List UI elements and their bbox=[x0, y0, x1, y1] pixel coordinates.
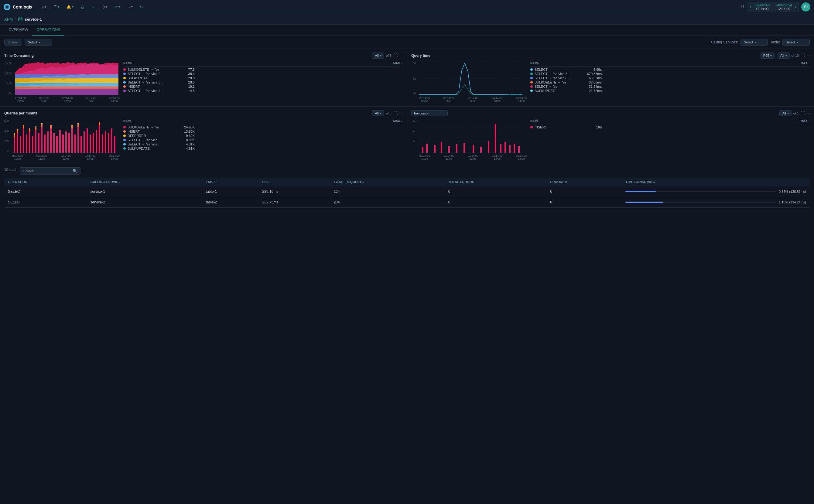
failures-name-col-header: NAME bbox=[530, 119, 539, 123]
qt-xaxis: 22:14:00 09/08 00:14:00 11/08 02:14:00 1… bbox=[419, 96, 527, 103]
qpm-legend-item-4: SELECT → "service... 4.81K bbox=[123, 142, 402, 146]
tc-legend-item-5: SELECT → "service-4... 14.5 bbox=[123, 89, 402, 93]
col-header-p95[interactable]: P95 ↓ bbox=[259, 178, 330, 186]
menu-button[interactable]: ☰ ▾ bbox=[51, 3, 62, 11]
svg-rect-48 bbox=[93, 133, 94, 153]
alerts-button[interactable]: 🔔 ▾ bbox=[64, 3, 76, 11]
col-header-total-errors[interactable]: TOTAL ERRORS bbox=[445, 178, 547, 186]
menu-icon: ☰ bbox=[53, 5, 57, 9]
qpm-all-select[interactable]: All ▾ bbox=[372, 110, 384, 116]
tc-more-icon[interactable]: ··· bbox=[399, 53, 402, 58]
qpm-name-0: BULKDELETE → "se bbox=[128, 125, 176, 129]
qt-yaxis: 10s5s0s bbox=[411, 62, 418, 95]
flow-button[interactable]: ⤷ ▾ bbox=[124, 3, 135, 11]
flow-icon: ⤷ bbox=[127, 5, 130, 9]
table-row: SELECT service-1 table-1 239.16ms 124 0 … bbox=[4, 186, 810, 197]
qpm-name-2: DEFERRED bbox=[128, 134, 176, 138]
row0-p95: 239.16ms bbox=[259, 186, 330, 197]
qpm-legend-item-2: DEFERRED 9.62K bbox=[123, 134, 402, 138]
qt-val-4: 31.24ms bbox=[585, 85, 602, 88]
row1-progress-wrap: 1.18% (134.24ms) bbox=[625, 200, 806, 204]
svg-rect-51 bbox=[99, 122, 100, 125]
qpm-name-4: SELECT → "service... bbox=[128, 142, 176, 146]
qpm-dot-5 bbox=[123, 147, 126, 150]
qpm-more-icon[interactable]: ··· bbox=[399, 111, 402, 115]
qt-legend-item-0: SELECT 5.99s bbox=[530, 68, 810, 71]
qpm-val-3: 8.89K bbox=[178, 138, 195, 142]
svg-rect-45 bbox=[83, 131, 85, 153]
breadcrumb-parent[interactable]: APM bbox=[4, 17, 13, 22]
qt-p95-select[interactable]: P95 ▾ bbox=[761, 53, 775, 59]
tab-overview[interactable]: OVERVIEW bbox=[4, 25, 32, 36]
table-select[interactable]: Select ▾ bbox=[782, 39, 810, 46]
tc-chart-controls: All ▾ of 8 ⛶ ··· bbox=[372, 53, 402, 59]
tc-legend: NAME MAX ↓ BULKDELETE → "se 77.3 SELECT … bbox=[123, 62, 402, 103]
col-header-total-requests[interactable]: TOTAL REQUESTS bbox=[330, 178, 445, 186]
qpm-body: 60k40k20k0 bbox=[4, 119, 402, 160]
bottom-section: 10 total 🔍 OPERATION CALLING SERVICE TAB… bbox=[0, 164, 814, 211]
field-select[interactable]: Select ▾ bbox=[25, 39, 52, 46]
qt-all-select[interactable]: All ▾ bbox=[778, 53, 789, 59]
security-button[interactable]: 🛡 bbox=[137, 3, 146, 11]
insights-button[interactable]: ⬡ ▾ bbox=[99, 3, 110, 11]
svg-rect-57 bbox=[17, 129, 18, 130]
time-prev-arrow[interactable]: ‹ bbox=[750, 4, 751, 10]
tc-dot-1 bbox=[123, 73, 126, 75]
svg-rect-53 bbox=[105, 131, 106, 153]
failures-select-arrow: ▾ bbox=[787, 112, 789, 115]
time-next-arrow[interactable]: › bbox=[795, 4, 796, 10]
qt-name-3: BULKDELETE → "se bbox=[535, 80, 583, 84]
tc-expand-icon[interactable]: ⛶ bbox=[393, 53, 397, 58]
col-header-calling-service[interactable]: CALLING SERVICE bbox=[87, 178, 202, 186]
col-header-time-consuming[interactable]: TIME CONSUMING bbox=[622, 178, 810, 186]
print-button[interactable]: 🖨 bbox=[78, 3, 87, 11]
db-icon bbox=[18, 16, 23, 22]
time-left-date: 09/08/2024 bbox=[754, 3, 771, 7]
col-header-errors-pct[interactable]: ERRORS% bbox=[547, 178, 622, 186]
failures-all-select[interactable]: All ▾ bbox=[779, 110, 791, 116]
calling-services-select[interactable]: Select ▾ bbox=[741, 39, 768, 46]
field-select-arrow: ▾ bbox=[39, 41, 40, 44]
failures-expand-icon[interactable]: ⛶ bbox=[801, 111, 805, 116]
svg-rect-47 bbox=[90, 135, 91, 153]
qt-more-icon[interactable]: ··· bbox=[807, 53, 810, 58]
svg-rect-85 bbox=[518, 146, 520, 153]
col-header-table[interactable]: TABLE bbox=[202, 178, 259, 186]
svg-rect-44 bbox=[80, 136, 82, 153]
play-button[interactable]: ▷ bbox=[89, 3, 97, 11]
refresh-button[interactable]: ⟳ ▾ bbox=[112, 3, 123, 11]
qpm-expand-icon[interactable]: ⛶ bbox=[393, 111, 397, 116]
menu-arrow: ▾ bbox=[58, 5, 59, 9]
tc-all-select[interactable]: All ▾ bbox=[372, 53, 384, 59]
time-consuming-header: Time Consuming All ▾ of 8 ⛶ ··· bbox=[4, 53, 402, 59]
tc-xaxis: 22:14:00 09/08 00:14:00 11/08 02:14:00 1… bbox=[15, 96, 120, 103]
svg-rect-52 bbox=[102, 135, 103, 153]
svg-rect-73 bbox=[441, 142, 442, 153]
svg-rect-34 bbox=[56, 136, 58, 153]
svg-rect-62 bbox=[50, 125, 52, 125]
qt-chart-area: 10s5s0s bbox=[411, 62, 527, 103]
failures-more-icon[interactable]: ··· bbox=[807, 111, 810, 115]
qt-expand-icon[interactable]: ⛶ bbox=[801, 53, 805, 58]
failures-dropdown[interactable]: Failures ▾ bbox=[411, 110, 448, 116]
svg-rect-25 bbox=[35, 127, 36, 130]
qt-legend-header: NAME MAX ↓ bbox=[530, 62, 810, 66]
tc-name-2: BULKUPDATE bbox=[128, 76, 176, 80]
failures-arrow: ▾ bbox=[427, 112, 429, 115]
grid-dots-icon[interactable]: ⠿ bbox=[741, 4, 744, 10]
col-header-operation[interactable]: OPERATION bbox=[4, 178, 87, 186]
failures-max-col-header: MAX ↓ bbox=[801, 119, 810, 123]
user-avatar[interactable]: SI bbox=[801, 2, 810, 12]
qpm-legend: NAME MAX ↓ BULKDELETE → "se 24.90K INSER… bbox=[123, 119, 402, 160]
svg-rect-23 bbox=[32, 136, 33, 153]
grid-view-button[interactable]: ⊞ ▾ bbox=[38, 3, 49, 11]
tc-dot-3 bbox=[123, 81, 126, 83]
failures-header: Failures ▾ All ▾ of 1 ⛶ ··· bbox=[411, 110, 810, 116]
tc-val-4: 19.1 bbox=[178, 85, 195, 88]
row0-errors-pct: 0 bbox=[547, 186, 622, 197]
search-input[interactable] bbox=[23, 169, 71, 173]
tab-operations[interactable]: OPERATIONS bbox=[32, 25, 64, 36]
query-time-title: Query time bbox=[411, 53, 758, 58]
row1-progress-bar bbox=[625, 202, 776, 203]
time-selector[interactable]: ‹ 09/08/2024 12:14:00 14/08/2024 12:14:0… bbox=[747, 2, 799, 12]
